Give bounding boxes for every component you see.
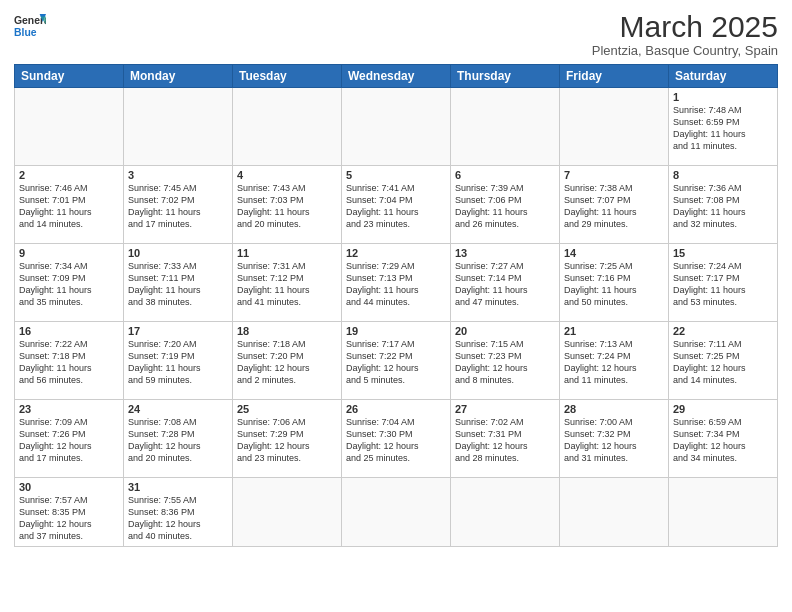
- day-cell: 6Sunrise: 7:39 AM Sunset: 7:06 PM Daylig…: [451, 166, 560, 244]
- calendar-table: SundayMondayTuesdayWednesdayThursdayFrid…: [14, 64, 778, 547]
- day-info: Sunrise: 7:00 AM Sunset: 7:32 PM Dayligh…: [564, 416, 664, 465]
- day-number: 22: [673, 325, 773, 337]
- weekday-header-row: SundayMondayTuesdayWednesdayThursdayFrid…: [15, 65, 778, 88]
- day-number: 24: [128, 403, 228, 415]
- day-number: 25: [237, 403, 337, 415]
- day-cell: 23Sunrise: 7:09 AM Sunset: 7:26 PM Dayli…: [15, 400, 124, 478]
- day-number: 30: [19, 481, 119, 493]
- day-number: 18: [237, 325, 337, 337]
- day-cell: 10Sunrise: 7:33 AM Sunset: 7:11 PM Dayli…: [124, 244, 233, 322]
- day-info: Sunrise: 6:59 AM Sunset: 7:34 PM Dayligh…: [673, 416, 773, 465]
- day-cell: 16Sunrise: 7:22 AM Sunset: 7:18 PM Dayli…: [15, 322, 124, 400]
- day-number: 2: [19, 169, 119, 181]
- day-number: 21: [564, 325, 664, 337]
- day-cell: [15, 88, 124, 166]
- day-cell: 19Sunrise: 7:17 AM Sunset: 7:22 PM Dayli…: [342, 322, 451, 400]
- day-cell: 2Sunrise: 7:46 AM Sunset: 7:01 PM Daylig…: [15, 166, 124, 244]
- day-info: Sunrise: 7:22 AM Sunset: 7:18 PM Dayligh…: [19, 338, 119, 387]
- day-info: Sunrise: 7:20 AM Sunset: 7:19 PM Dayligh…: [128, 338, 228, 387]
- day-info: Sunrise: 7:33 AM Sunset: 7:11 PM Dayligh…: [128, 260, 228, 309]
- day-number: 16: [19, 325, 119, 337]
- day-cell: 28Sunrise: 7:00 AM Sunset: 7:32 PM Dayli…: [560, 400, 669, 478]
- day-info: Sunrise: 7:17 AM Sunset: 7:22 PM Dayligh…: [346, 338, 446, 387]
- day-cell: 8Sunrise: 7:36 AM Sunset: 7:08 PM Daylig…: [669, 166, 778, 244]
- day-number: 28: [564, 403, 664, 415]
- day-cell: 14Sunrise: 7:25 AM Sunset: 7:16 PM Dayli…: [560, 244, 669, 322]
- day-info: Sunrise: 7:24 AM Sunset: 7:17 PM Dayligh…: [673, 260, 773, 309]
- day-cell: 7Sunrise: 7:38 AM Sunset: 7:07 PM Daylig…: [560, 166, 669, 244]
- day-number: 4: [237, 169, 337, 181]
- day-cell: 4Sunrise: 7:43 AM Sunset: 7:03 PM Daylig…: [233, 166, 342, 244]
- day-cell: 22Sunrise: 7:11 AM Sunset: 7:25 PM Dayli…: [669, 322, 778, 400]
- day-cell: [342, 88, 451, 166]
- weekday-header-sunday: Sunday: [15, 65, 124, 88]
- day-cell: 12Sunrise: 7:29 AM Sunset: 7:13 PM Dayli…: [342, 244, 451, 322]
- day-number: 10: [128, 247, 228, 259]
- day-cell: 15Sunrise: 7:24 AM Sunset: 7:17 PM Dayli…: [669, 244, 778, 322]
- weekday-header-thursday: Thursday: [451, 65, 560, 88]
- day-cell: [342, 478, 451, 547]
- day-cell: 20Sunrise: 7:15 AM Sunset: 7:23 PM Dayli…: [451, 322, 560, 400]
- day-number: 7: [564, 169, 664, 181]
- day-cell: 31Sunrise: 7:55 AM Sunset: 8:36 PM Dayli…: [124, 478, 233, 547]
- day-number: 23: [19, 403, 119, 415]
- day-number: 8: [673, 169, 773, 181]
- day-info: Sunrise: 7:41 AM Sunset: 7:04 PM Dayligh…: [346, 182, 446, 231]
- day-info: Sunrise: 7:55 AM Sunset: 8:36 PM Dayligh…: [128, 494, 228, 543]
- day-number: 5: [346, 169, 446, 181]
- day-cell: 26Sunrise: 7:04 AM Sunset: 7:30 PM Dayli…: [342, 400, 451, 478]
- main-title: March 2025: [592, 10, 778, 43]
- day-info: Sunrise: 7:06 AM Sunset: 7:29 PM Dayligh…: [237, 416, 337, 465]
- day-number: 15: [673, 247, 773, 259]
- day-info: Sunrise: 7:04 AM Sunset: 7:30 PM Dayligh…: [346, 416, 446, 465]
- page: General Blue March 2025 Plentzia, Basque…: [0, 0, 792, 612]
- day-info: Sunrise: 7:46 AM Sunset: 7:01 PM Dayligh…: [19, 182, 119, 231]
- day-cell: [451, 88, 560, 166]
- day-info: Sunrise: 7:57 AM Sunset: 8:35 PM Dayligh…: [19, 494, 119, 543]
- day-info: Sunrise: 7:15 AM Sunset: 7:23 PM Dayligh…: [455, 338, 555, 387]
- weekday-header-saturday: Saturday: [669, 65, 778, 88]
- day-cell: 9Sunrise: 7:34 AM Sunset: 7:09 PM Daylig…: [15, 244, 124, 322]
- logo-icon: General Blue: [14, 10, 46, 42]
- day-cell: [560, 88, 669, 166]
- day-cell: 18Sunrise: 7:18 AM Sunset: 7:20 PM Dayli…: [233, 322, 342, 400]
- day-cell: 11Sunrise: 7:31 AM Sunset: 7:12 PM Dayli…: [233, 244, 342, 322]
- day-info: Sunrise: 7:36 AM Sunset: 7:08 PM Dayligh…: [673, 182, 773, 231]
- day-cell: 17Sunrise: 7:20 AM Sunset: 7:19 PM Dayli…: [124, 322, 233, 400]
- day-info: Sunrise: 7:34 AM Sunset: 7:09 PM Dayligh…: [19, 260, 119, 309]
- day-cell: 1Sunrise: 7:48 AM Sunset: 6:59 PM Daylig…: [669, 88, 778, 166]
- day-cell: 25Sunrise: 7:06 AM Sunset: 7:29 PM Dayli…: [233, 400, 342, 478]
- day-info: Sunrise: 7:08 AM Sunset: 7:28 PM Dayligh…: [128, 416, 228, 465]
- day-cell: 30Sunrise: 7:57 AM Sunset: 8:35 PM Dayli…: [15, 478, 124, 547]
- day-number: 19: [346, 325, 446, 337]
- day-cell: [669, 478, 778, 547]
- day-number: 31: [128, 481, 228, 493]
- day-number: 1: [673, 91, 773, 103]
- day-info: Sunrise: 7:29 AM Sunset: 7:13 PM Dayligh…: [346, 260, 446, 309]
- day-cell: 24Sunrise: 7:08 AM Sunset: 7:28 PM Dayli…: [124, 400, 233, 478]
- weekday-header-wednesday: Wednesday: [342, 65, 451, 88]
- day-info: Sunrise: 7:39 AM Sunset: 7:06 PM Dayligh…: [455, 182, 555, 231]
- day-cell: 27Sunrise: 7:02 AM Sunset: 7:31 PM Dayli…: [451, 400, 560, 478]
- day-number: 27: [455, 403, 555, 415]
- day-info: Sunrise: 7:09 AM Sunset: 7:26 PM Dayligh…: [19, 416, 119, 465]
- day-number: 20: [455, 325, 555, 337]
- day-info: Sunrise: 7:02 AM Sunset: 7:31 PM Dayligh…: [455, 416, 555, 465]
- day-info: Sunrise: 7:45 AM Sunset: 7:02 PM Dayligh…: [128, 182, 228, 231]
- day-number: 12: [346, 247, 446, 259]
- day-cell: [233, 478, 342, 547]
- day-info: Sunrise: 7:27 AM Sunset: 7:14 PM Dayligh…: [455, 260, 555, 309]
- svg-text:Blue: Blue: [14, 27, 37, 38]
- day-number: 17: [128, 325, 228, 337]
- day-info: Sunrise: 7:31 AM Sunset: 7:12 PM Dayligh…: [237, 260, 337, 309]
- weekday-header-friday: Friday: [560, 65, 669, 88]
- day-number: 29: [673, 403, 773, 415]
- day-number: 6: [455, 169, 555, 181]
- day-cell: [451, 478, 560, 547]
- day-cell: 5Sunrise: 7:41 AM Sunset: 7:04 PM Daylig…: [342, 166, 451, 244]
- day-number: 9: [19, 247, 119, 259]
- day-cell: [233, 88, 342, 166]
- day-number: 26: [346, 403, 446, 415]
- logo: General Blue: [14, 10, 46, 42]
- day-cell: 3Sunrise: 7:45 AM Sunset: 7:02 PM Daylig…: [124, 166, 233, 244]
